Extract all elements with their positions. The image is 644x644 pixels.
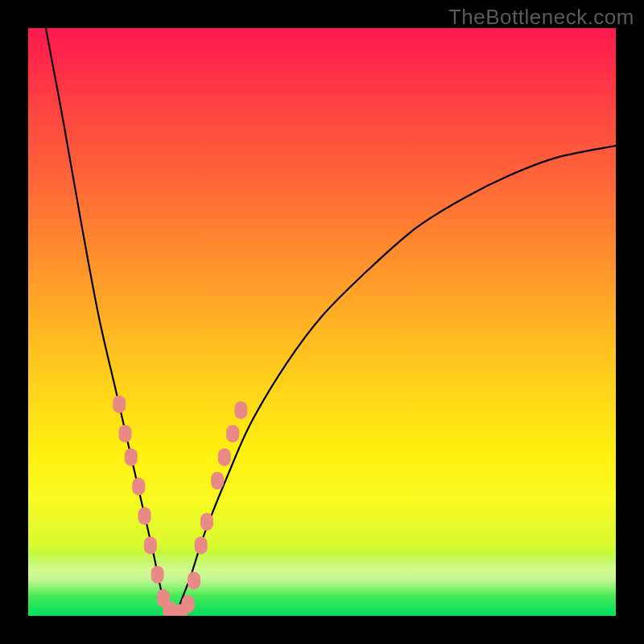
data-marker [218, 448, 231, 466]
data-marker [195, 536, 208, 554]
data-marker [188, 572, 200, 589]
data-marker [118, 425, 131, 443]
data-marker [138, 507, 151, 525]
data-marker [211, 472, 224, 489]
watermark-text: TheBottleneck.com [448, 5, 634, 30]
data-marker [226, 425, 239, 443]
data-marker [182, 595, 195, 613]
data-marker [144, 536, 157, 554]
marker-group [113, 395, 247, 616]
curve-layer [28, 28, 616, 616]
data-marker [200, 513, 213, 530]
data-marker [132, 477, 145, 495]
data-marker [113, 395, 126, 413]
data-marker [125, 448, 138, 466]
data-marker [234, 402, 247, 419]
bottleneck-curve-path [46, 28, 616, 616]
data-marker [151, 566, 164, 584]
chart-stage: TheBottleneck.com [0, 0, 644, 644]
plot-area [28, 28, 616, 616]
